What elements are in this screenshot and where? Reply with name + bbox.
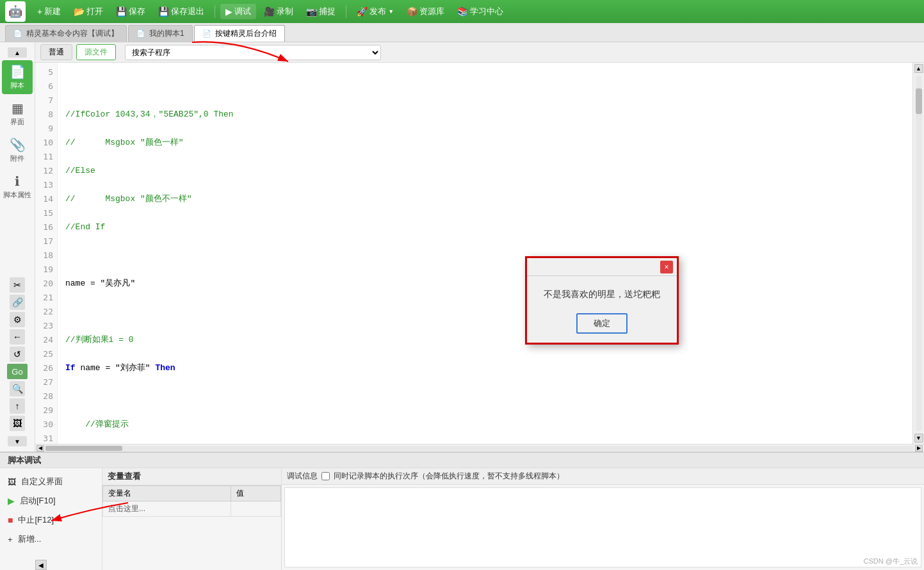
sidebar-item-attach[interactable]: 📎 附件	[2, 133, 33, 167]
msgbox-dialog: × 不是我喜欢的明星，送坨粑粑 确定	[525, 256, 679, 345]
code-line-10: //End If	[65, 220, 905, 234]
var-table: 变量名 值 点击这里...	[102, 485, 281, 570]
sidebar-item-script[interactable]: 📄 脚本	[2, 60, 33, 94]
tool-btn-4[interactable]: ←	[10, 329, 25, 345]
tab-bar: 📄 精灵基本命令内容【调试】 📄 我的脚本1 📄 按键精灵后台介绍	[0, 23, 924, 42]
var-col-name: 变量名	[103, 486, 231, 501]
code-line-8: //Else	[65, 164, 905, 178]
h-scroll-thumb[interactable]	[45, 446, 122, 451]
code-line-11	[65, 248, 905, 263]
vertical-scrollbar[interactable]: ▲ ▼	[912, 63, 924, 444]
props-icon: ℹ	[15, 174, 20, 189]
tab-2[interactable]: 📄 按键精灵后台介绍	[194, 25, 285, 42]
app-logo: 🤖	[5, 1, 26, 22]
var-name-0: 点击这里...	[103, 501, 231, 517]
bottom-panel: 脚本调试 🖼 自定义界面 ▶ 启动[F10] ■ 中止[F12] + 新增...	[0, 452, 924, 570]
toolbar-save-btn[interactable]: 💾 保存	[111, 4, 150, 19]
code-content[interactable]: //IfColor 1043,34，"5EAB25",0 Then // Msg…	[58, 63, 912, 444]
capture-icon: 📷	[306, 6, 317, 17]
code-line-7: // Msgbox "颜色一样"	[65, 136, 905, 150]
source-view-btn[interactable]: 源文件	[76, 44, 116, 60]
tool-btn-3[interactable]: ⚙	[10, 312, 25, 327]
ui-icon: ▦	[12, 101, 24, 116]
debug-content	[284, 487, 921, 567]
toolbar-learn-btn[interactable]: 📚 学习中心	[452, 4, 508, 19]
scroll-thumb[interactable]	[916, 88, 922, 114]
normal-view-btn[interactable]: 普通	[40, 44, 72, 60]
new-icon: +	[37, 6, 42, 17]
tool-btn-1[interactable]: ✂	[10, 277, 25, 293]
var-row-0: 点击这里...	[103, 501, 281, 517]
resources-icon: 📦	[407, 6, 417, 17]
toolbar-save-exit-btn[interactable]: 💾 保存退出	[153, 4, 209, 19]
publish-icon: 🚀	[357, 6, 368, 17]
tab-1[interactable]: 📄 我的脚本1	[128, 25, 193, 42]
debug-panel: 调试信息 同时记录脚本的执行次序（会降低执行速度，暂不支持多线程脚本）	[282, 468, 924, 570]
toolbar-record-btn[interactable]: 🎥 录制	[259, 4, 298, 19]
tab-0[interactable]: 📄 精灵基本命令内容【调试】	[5, 25, 127, 42]
tool-btn-pic[interactable]: 🖼	[10, 416, 25, 431]
main-area: ▲ 📄 脚本 ▦ 界面 📎 附件 ℹ 脚本属性 ✂ 🔗 ⚙ ← ↺ Go 🔍 ↑	[0, 42, 924, 452]
tool-btn-go[interactable]: Go	[7, 364, 28, 379]
separator-2	[346, 5, 346, 18]
code-line-17: //弹窗提示	[65, 418, 905, 432]
scroll-track[interactable]	[916, 76, 922, 431]
action-start[interactable]: ▶ 启动[F10]	[0, 493, 102, 509]
code-editor[interactable]: 5 6 7 8 9 10 11 12 13 14 15 16 17 18 19 …	[35, 63, 912, 444]
code-line-12: name = "吴亦凡"	[65, 277, 905, 291]
editor-toolbar: 普通 源文件 搜索子程序	[35, 42, 924, 63]
collapse-panel-btn[interactable]: ◀	[35, 560, 47, 570]
msgbox-body: 不是我喜欢的明星，送坨粑粑	[527, 276, 677, 308]
script-icon: 📄	[10, 64, 26, 79]
action-custom-ui[interactable]: 🖼 自定义界面	[0, 473, 102, 490]
msgbox-footer: 确定	[527, 308, 677, 343]
toolbar-resources-btn[interactable]: 📦 资源库	[401, 4, 450, 19]
code-line-15: If name = "刘亦菲" Then	[65, 361, 905, 375]
record-icon: 🎥	[264, 6, 275, 17]
tab-0-icon: 📄	[13, 29, 22, 38]
scroll-up-btn[interactable]: ▲	[914, 64, 923, 73]
tool-btn-2[interactable]: 🔗	[10, 295, 25, 310]
custom-ui-icon: 🖼	[8, 477, 16, 487]
code-line-13	[65, 305, 905, 319]
var-panel-title: 变量查看	[102, 468, 281, 485]
code-line-16	[65, 389, 905, 403]
sidebar-item-props[interactable]: ℹ 脚本属性	[2, 170, 33, 204]
stop-icon: ■	[8, 515, 13, 525]
action-new[interactable]: + 新增...	[0, 531, 102, 548]
msgbox-titlebar: ×	[527, 258, 677, 276]
debug-record-checkbox[interactable]	[321, 472, 330, 480]
tool-btn-5[interactable]: ↺	[10, 346, 25, 362]
toolbar-open-btn[interactable]: 📂 打开	[69, 4, 108, 19]
h-scroll-left-btn[interactable]: ◀	[36, 445, 44, 452]
var-col-value: 值	[231, 486, 281, 501]
top-toolbar: 🤖 + 新建 📂 打开 💾 保存 💾 保存退出 ▶ 调试 🎥 录制 📷 捕捉 🚀…	[0, 0, 924, 23]
toolbar-publish-btn[interactable]: 🚀 发布 ▼	[352, 4, 399, 19]
debug-panel-header: 调试信息 同时记录脚本的执行次序（会降低执行速度，暂不支持多线程脚本）	[282, 468, 924, 485]
toolbar-debug-btn[interactable]: ▶ 调试	[220, 4, 256, 19]
msgbox-ok-button[interactable]: 确定	[576, 313, 628, 334]
horizontal-scrollbar[interactable]: ◀ ▶	[35, 444, 924, 452]
search-subroutine-select[interactable]: 搜索子程序	[125, 45, 381, 60]
sidebar-scroll-down[interactable]: ▼	[8, 436, 27, 446]
tool-btn-search[interactable]: 🔍	[10, 381, 25, 396]
action-stop[interactable]: ■ 中止[F12]	[0, 512, 102, 528]
tool-btn-up2[interactable]: ↑	[10, 398, 25, 414]
msgbox-close-button[interactable]: ×	[660, 261, 673, 273]
sidebar-scroll-up[interactable]: ▲	[8, 47, 27, 58]
bottom-panel-title: 脚本调试	[0, 453, 924, 468]
bottom-left-actions: 🖼 自定义界面 ▶ 启动[F10] ■ 中止[F12] + 新增...	[0, 468, 102, 570]
toolbar-capture-btn[interactable]: 📷 捕捉	[301, 4, 341, 19]
code-and-scroll: 5 6 7 8 9 10 11 12 13 14 15 16 17 18 19 …	[35, 63, 924, 444]
toolbar-new-btn[interactable]: + 新建	[32, 4, 66, 19]
scroll-down-btn[interactable]: ▼	[914, 434, 923, 443]
h-scroll-right-btn[interactable]: ▶	[915, 445, 923, 452]
code-line-9: // Msgbox "颜色不一样"	[65, 192, 905, 206]
h-scroll-track[interactable]	[45, 446, 914, 451]
tab-2-icon: 📄	[202, 29, 211, 38]
bottom-panel-content: 🖼 自定义界面 ▶ 启动[F10] ■ 中止[F12] + 新增... 变量查看	[0, 468, 924, 570]
left-sidebar: ▲ 📄 脚本 ▦ 界面 📎 附件 ℹ 脚本属性 ✂ 🔗 ⚙ ← ↺ Go 🔍 ↑	[0, 42, 35, 452]
line-numbers: 5 6 7 8 9 10 11 12 13 14 15 16 17 18 19 …	[35, 63, 58, 444]
sidebar-item-ui[interactable]: ▦ 界面	[2, 97, 33, 131]
new-action-icon: +	[8, 535, 13, 544]
